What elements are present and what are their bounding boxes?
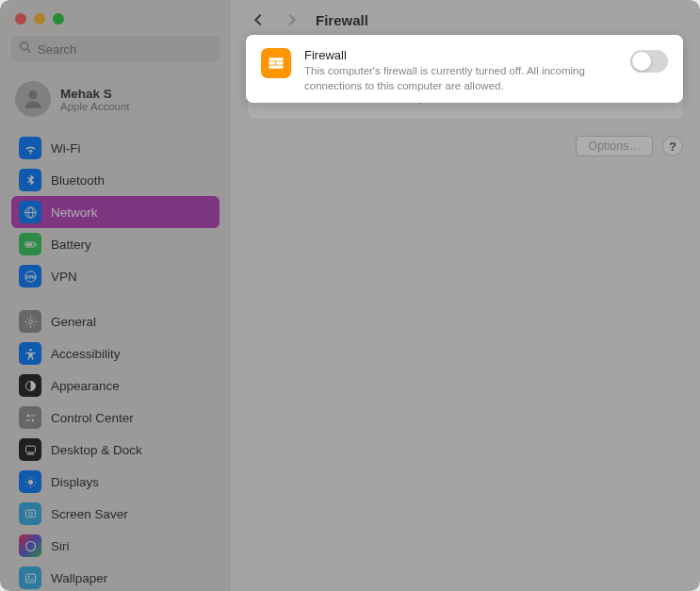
vpn-icon: VPN xyxy=(19,265,41,287)
wallpaper-icon xyxy=(19,566,41,589)
sidebar-item-label: Control Center xyxy=(51,411,134,425)
svg-point-20 xyxy=(28,480,33,484)
display-icon xyxy=(19,470,41,493)
svg-text:VPN: VPN xyxy=(25,274,36,280)
avatar xyxy=(15,81,51,117)
globe-icon xyxy=(19,201,41,223)
sidebar-item-screen-saver[interactable]: Screen Saver xyxy=(11,498,220,530)
svg-rect-28 xyxy=(278,74,285,76)
gear-icon xyxy=(19,310,41,333)
zoom-window-button[interactable] xyxy=(53,13,64,25)
firewall-desc: This computer's firewall is currently tu… xyxy=(306,76,617,106)
svg-rect-7 xyxy=(35,243,36,246)
sidebar-item-accessibility[interactable]: Accessibility xyxy=(11,337,220,369)
nav-list: Wi-FiBluetoothNetworkBatteryVPNVPNGenera… xyxy=(11,132,220,591)
close-window-button[interactable] xyxy=(15,13,26,25)
accessibility-icon xyxy=(19,342,41,365)
sidebar-item-wallpaper[interactable]: Wallpaper xyxy=(11,562,220,591)
sidebar-item-battery[interactable]: Battery xyxy=(11,228,220,260)
svg-rect-21 xyxy=(25,510,35,517)
firewall-title: Firewall xyxy=(306,60,617,74)
svg-point-25 xyxy=(27,576,29,578)
siri-icon xyxy=(19,534,41,557)
content: Firewall This computer's firewall is cur… xyxy=(231,40,700,164)
controlcenter-icon xyxy=(19,406,41,429)
search-box[interactable] xyxy=(11,36,220,62)
sidebar-item-label: Siri xyxy=(51,539,70,553)
svg-point-2 xyxy=(28,90,37,99)
screensaver-icon xyxy=(19,502,41,525)
svg-rect-18 xyxy=(25,446,35,452)
minimize-window-button[interactable] xyxy=(34,13,45,25)
svg-point-12 xyxy=(29,348,32,351)
sidebar-item-bluetooth[interactable]: Bluetooth xyxy=(11,164,220,196)
svg-rect-29 xyxy=(271,78,285,81)
sidebar-item-label: Bluetooth xyxy=(51,173,105,188)
battery-icon xyxy=(19,233,41,255)
footer-row: Options… ? xyxy=(248,136,683,156)
sidebar: Mehak S Apple Account Wi-FiBluetoothNetw… xyxy=(0,0,231,591)
account-text: Mehak S Apple Account xyxy=(60,87,130,112)
main-area: Firewall Firewall This computer's firewa… xyxy=(231,0,700,591)
sidebar-item-general[interactable]: General xyxy=(11,305,220,337)
svg-rect-26 xyxy=(271,70,285,73)
dock-icon xyxy=(19,438,41,461)
svg-point-23 xyxy=(25,541,35,550)
sidebar-item-label: Battery xyxy=(51,238,91,252)
svg-point-11 xyxy=(28,320,32,323)
sidebar-item-vpn[interactable]: VPNVPN xyxy=(11,260,220,292)
sidebar-item-label: VPN xyxy=(51,270,77,284)
svg-point-16 xyxy=(31,419,34,421)
options-button[interactable]: Options… xyxy=(576,136,653,156)
account-name: Mehak S xyxy=(60,87,130,101)
svg-point-22 xyxy=(28,512,32,516)
sidebar-item-label: Network xyxy=(51,205,98,220)
svg-point-14 xyxy=(26,414,29,417)
sidebar-item-siri[interactable]: Siri xyxy=(11,530,220,562)
topbar: Firewall xyxy=(231,0,700,40)
toggle-knob xyxy=(632,64,651,83)
sidebar-item-desktop-dock[interactable]: Desktop & Dock xyxy=(11,434,220,466)
svg-rect-27 xyxy=(271,74,278,76)
search-icon xyxy=(19,41,38,57)
sidebar-item-label: Wallpaper xyxy=(51,571,107,585)
firewall-toggle[interactable] xyxy=(630,62,668,85)
sidebar-item-label: General xyxy=(51,315,96,329)
account-row[interactable]: Mehak S Apple Account xyxy=(11,77,220,132)
appearance-icon xyxy=(19,374,41,397)
back-button[interactable] xyxy=(248,9,269,30)
page-title: Firewall xyxy=(316,12,368,28)
sidebar-item-label: Appearance xyxy=(51,379,120,393)
firewall-icon xyxy=(263,60,293,90)
sidebar-item-label: Accessibility xyxy=(51,347,121,361)
sidebar-item-network[interactable]: Network xyxy=(11,196,220,228)
account-sub: Apple Account xyxy=(60,101,130,112)
search-input[interactable] xyxy=(38,42,212,57)
svg-line-1 xyxy=(27,49,31,53)
sidebar-item-label: Desktop & Dock xyxy=(51,443,142,457)
svg-rect-8 xyxy=(26,243,32,246)
firewall-card-text: Firewall This computer's firewall is cur… xyxy=(306,60,617,106)
forward-button[interactable] xyxy=(282,9,302,30)
sidebar-item-displays[interactable]: Displays xyxy=(11,466,220,498)
window-controls xyxy=(11,9,220,36)
wifi-icon xyxy=(19,137,41,159)
help-button[interactable]: ? xyxy=(662,136,683,156)
firewall-card: Firewall This computer's firewall is cur… xyxy=(248,47,683,119)
sidebar-item-label: Wi-Fi xyxy=(51,141,80,156)
sidebar-item-control-center[interactable]: Control Center xyxy=(11,402,220,434)
svg-rect-19 xyxy=(26,453,34,454)
sidebar-item-label: Screen Saver xyxy=(51,507,128,521)
settings-window: Mehak S Apple Account Wi-FiBluetoothNetw… xyxy=(0,0,700,591)
sidebar-item-label: Displays xyxy=(51,475,99,489)
sidebar-item-wi-fi[interactable]: Wi-Fi xyxy=(11,132,220,164)
sidebar-item-appearance[interactable]: Appearance xyxy=(11,369,220,402)
bluetooth-icon xyxy=(19,169,41,191)
